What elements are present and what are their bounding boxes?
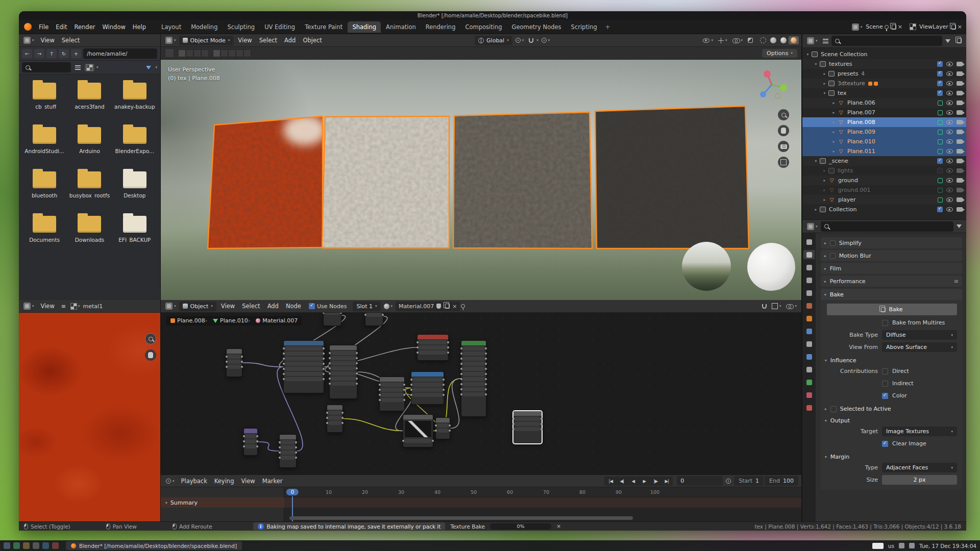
viewport-editor-type-button[interactable]: ▾ [163,36,178,45]
bake-type-dropdown[interactable]: Diffuse▾ [882,330,957,340]
collection-checkbox[interactable] [937,61,943,67]
outliner-row[interactable]: ▸ Plane.006 [802,98,966,108]
disclosure-icon[interactable]: ▸ [830,149,837,154]
menu-item[interactable]: Add [281,36,299,45]
properties-tab-object[interactable] [803,314,815,323]
taskbar-app-icon[interactable] [33,542,39,549]
node-snap-toggle[interactable] [760,303,769,310]
thumbnail-view-button[interactable] [85,64,94,71]
outliner-filter-button[interactable] [943,38,952,44]
direct-checkbox[interactable] [882,368,888,374]
margin-type-dropdown[interactable]: Adjacent Faces▾ [882,463,957,472]
selected-to-active-subsection[interactable]: ▸Selected to Active [825,406,958,412]
color-checkbox[interactable] [882,393,888,399]
taskbar-app-icon[interactable] [23,542,30,549]
snap-toggle-button[interactable] [527,37,535,44]
material-slot-dropdown[interactable]: Slot 1▾ [353,302,380,311]
tab-shading[interactable]: Shading [348,21,381,33]
up-button[interactable]: ↑ [46,49,57,58]
play-reverse-button[interactable]: ◀ [627,477,639,485]
collection-checkbox[interactable] [937,168,943,173]
bake-from-multires-checkbox[interactable] [882,320,888,326]
back-button[interactable]: ← [22,49,32,58]
shader-node[interactable] [226,348,242,377]
hide-viewport-icon[interactable] [946,168,953,173]
hide-viewport-icon[interactable] [946,110,953,115]
tab-uv-editing[interactable]: UV Editing [260,21,300,33]
properties-section[interactable]: ▸ Simplify ≡ [821,237,962,248]
tab-sculpting[interactable]: Sculpting [223,21,259,33]
menu-item[interactable]: View [237,477,258,486]
margin-size-field[interactable]: 2 px [882,475,957,485]
outliner-search-input[interactable] [831,36,942,46]
shader-node[interactable] [417,334,449,361]
hide-viewport-icon[interactable] [946,178,953,183]
outliner-row[interactable]: ▸ 3dtexture [802,79,966,88]
properties-tab-view-layer[interactable] [803,276,815,285]
jump-to-end-button[interactable]: ▶| [661,477,672,485]
shading-wireframe-button[interactable] [758,36,768,44]
taskbar-app-icon[interactable] [4,542,10,549]
jump-to-start-button[interactable]: |◀ [605,477,616,485]
tab-compositing[interactable]: Compositing [460,21,506,33]
outliner-row[interactable]: ▸ Plane.008 [802,117,966,127]
hide-render-icon[interactable] [957,207,963,212]
show-gizmo-dropdown[interactable]: ▾ [716,37,729,44]
properties-tab-scene[interactable] [803,288,815,297]
disclosure-icon[interactable]: ▾ [804,52,811,57]
display-settings-dropdown[interactable]: ▾ [96,65,99,69]
properties-section[interactable]: ▸ Film ≡ [821,263,962,274]
frame-end-field[interactable]: End100 [765,476,798,486]
browse-material-dropdown[interactable]: ▾ [382,303,395,310]
timeline-body[interactable]: ↔ 102030405060708090100 ▾Summary 0 [161,487,801,521]
hide-viewport-icon[interactable] [946,207,953,212]
hide-render-icon[interactable] [957,149,963,154]
shader-node[interactable] [461,340,486,417]
disclosure-icon[interactable]: ▸ [830,110,837,115]
viewport-camera-button[interactable] [778,141,789,152]
section-checkbox[interactable] [830,240,836,246]
properties-tab-world[interactable] [803,301,815,310]
tab-rendering[interactable]: Rendering [421,21,460,33]
create-folder-button[interactable]: + [71,49,81,58]
margin-subsection[interactable]: ▾Margin [825,454,958,460]
tab-scripting[interactable]: Scripting [567,21,602,33]
hide-viewport-icon[interactable] [946,130,953,134]
outliner-row[interactable]: ▾ _scene [802,156,966,166]
disclosure-icon[interactable]: ▸ [821,197,828,202]
snap-settings-dropdown[interactable]: ▾ [536,38,538,42]
hide-render-icon[interactable] [957,91,963,95]
taskbar-clock[interactable]: Tue, 17 Dec 19:34:04 [919,543,976,549]
blender-logo-icon[interactable] [24,23,32,31]
shading-rendered-button[interactable] [789,36,799,44]
properties-editor-type-button[interactable]: ▾ [805,222,820,231]
target-dropdown[interactable]: Image Textures▾ [882,427,957,436]
folder-item[interactable]: _cb_stuff [22,83,67,110]
viewport-pan-button[interactable] [778,125,789,136]
hide-viewport-icon[interactable] [946,139,953,144]
hide-render-icon[interactable] [957,101,963,105]
outliner-editor-type-button[interactable]: ▾ [805,36,820,45]
disclosure-icon[interactable]: ▸ [821,81,828,86]
shader-node[interactable] [411,371,444,405]
navigation-gizmo[interactable] [755,68,788,101]
menu-item[interactable]: Select [238,302,263,311]
hide-render-icon[interactable] [957,197,963,202]
hide-render-icon[interactable] [957,139,963,144]
folder-item[interactable]: anakey-backup [112,83,157,110]
hide-viewport-icon[interactable] [946,81,953,86]
frame-start-field[interactable]: Start1 [734,476,764,486]
path-field[interactable]: /home/amalie/ [83,48,157,59]
image-canvas[interactable] [19,313,160,521]
file-browser-editor-type-button[interactable]: ▾ [21,36,36,45]
tab-layout[interactable]: Layout [157,21,186,33]
image-pan-button[interactable] [145,349,156,361]
properties-section[interactable]: ▸ Motion Blur ≡ [821,250,962,261]
collection-checkbox[interactable] [937,90,943,96]
outliner-row[interactable]: ▸ lights [802,166,966,176]
output-subsection[interactable]: ▾Output [825,417,958,424]
hide-render-icon[interactable] [957,81,963,86]
proportional-editing-dropdown[interactable]: ▾ [540,37,552,44]
collection-checkbox[interactable] [937,207,943,212]
shader-node[interactable] [329,345,357,399]
